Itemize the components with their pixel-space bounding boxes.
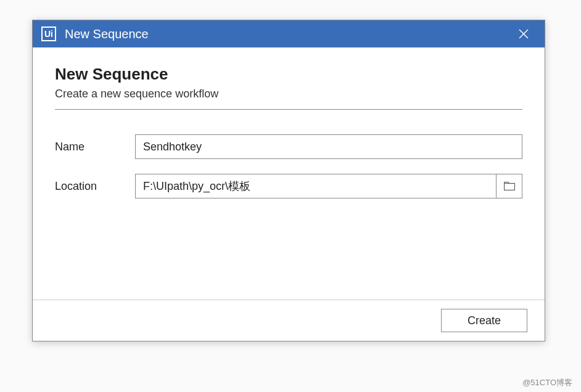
close-button[interactable] [511,22,536,46]
svg-rect-2 [504,184,514,190]
location-row: Location [55,174,522,198]
location-label: Location [55,180,135,193]
dialog-titlebar[interactable]: Ui New Sequence [33,20,545,47]
watermark: @51CTO博客 [522,377,572,388]
name-label: Name [55,141,135,153]
dialog-body: New Sequence Create a new sequence workf… [33,47,545,300]
close-icon [519,29,529,39]
page-title: New Sequence [55,65,522,84]
header-divider [55,109,522,110]
body-spacer [55,213,522,287]
dialog-footer: Create [33,300,545,341]
page-subtitle: Create a new sequence workflow [55,88,522,100]
create-button[interactable]: Create [441,309,527,332]
location-input[interactable] [135,174,497,198]
browse-folder-button[interactable] [497,174,522,198]
uipath-logo-icon: Ui [41,27,56,41]
name-row: Name [55,134,522,159]
name-input[interactable] [135,134,522,159]
logo-text: Ui [44,29,53,39]
folder-icon [504,182,515,190]
new-sequence-dialog: Ui New Sequence New Sequence Create a ne… [32,20,545,341]
dialog-title: New Sequence [65,27,511,41]
